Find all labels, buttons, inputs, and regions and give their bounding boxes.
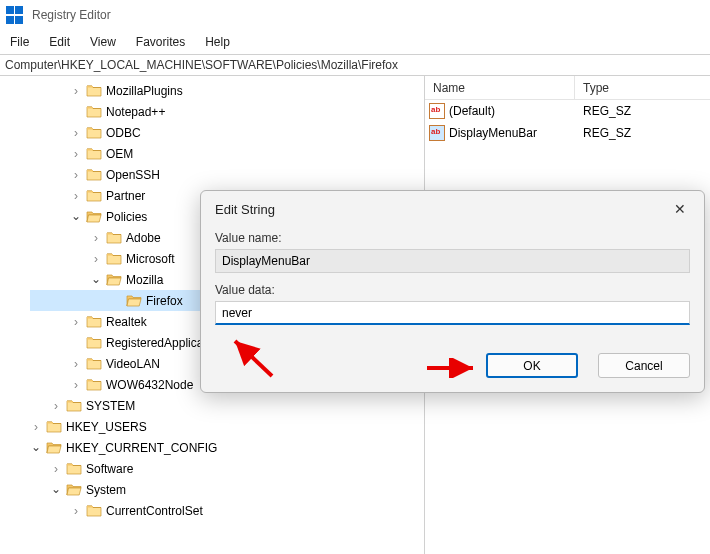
value-name-field: DisplayMenuBar bbox=[215, 249, 690, 273]
tree-node-system[interactable]: SYSTEM bbox=[30, 395, 424, 416]
svg-rect-4 bbox=[87, 170, 93, 172]
folder-icon bbox=[86, 356, 102, 372]
tree-node-label: WOW6432Node bbox=[106, 378, 193, 392]
tree-node-hkey-current-config[interactable]: HKEY_CURRENT_CONFIG bbox=[30, 437, 424, 458]
menu-edit[interactable]: Edit bbox=[49, 35, 70, 49]
folder-icon bbox=[66, 482, 82, 498]
expand-icon[interactable] bbox=[70, 190, 82, 202]
folder-icon bbox=[46, 419, 62, 435]
folder-icon bbox=[86, 335, 102, 351]
dialog-titlebar: Edit String ✕ bbox=[201, 191, 704, 227]
svg-rect-8 bbox=[87, 317, 93, 319]
tree-node-odbc[interactable]: ODBC bbox=[30, 122, 424, 143]
svg-rect-7 bbox=[107, 254, 113, 256]
expand-icon bbox=[70, 106, 82, 118]
folder-icon bbox=[86, 167, 102, 183]
expand-icon[interactable] bbox=[90, 274, 102, 286]
tree-node-label: Firefox bbox=[146, 294, 183, 308]
tree-node-notepad-[interactable]: Notepad++ bbox=[30, 101, 424, 122]
svg-rect-13 bbox=[47, 422, 53, 424]
expand-icon[interactable] bbox=[70, 148, 82, 160]
col-name[interactable]: Name bbox=[425, 76, 575, 99]
edit-string-dialog: Edit String ✕ Value name: DisplayMenuBar… bbox=[200, 190, 705, 393]
expand-icon[interactable] bbox=[30, 442, 42, 454]
value-name-text: DisplayMenuBar bbox=[222, 254, 310, 268]
expand-icon[interactable] bbox=[90, 232, 102, 244]
value-data-label: Value data: bbox=[215, 283, 690, 297]
svg-rect-10 bbox=[87, 359, 93, 361]
cancel-button[interactable]: Cancel bbox=[598, 353, 690, 378]
expand-icon[interactable] bbox=[50, 400, 62, 412]
ok-button[interactable]: OK bbox=[486, 353, 578, 378]
tree-node-openssh[interactable]: OpenSSH bbox=[30, 164, 424, 185]
tree-node-label: Adobe bbox=[126, 231, 161, 245]
folder-icon bbox=[86, 503, 102, 519]
svg-rect-14 bbox=[67, 464, 73, 466]
tree-node-label: CurrentControlSet bbox=[106, 504, 203, 518]
expand-icon[interactable] bbox=[70, 379, 82, 391]
menu-favorites[interactable]: Favorites bbox=[136, 35, 185, 49]
expand-icon[interactable] bbox=[70, 85, 82, 97]
folder-icon bbox=[126, 293, 142, 309]
list-header: Name Type bbox=[425, 76, 710, 100]
folder-icon bbox=[86, 188, 102, 204]
menu-help[interactable]: Help bbox=[205, 35, 230, 49]
tree-node-hkey-users[interactable]: HKEY_USERS bbox=[30, 416, 424, 437]
expand-icon[interactable] bbox=[50, 463, 62, 475]
menu-view[interactable]: View bbox=[90, 35, 116, 49]
dialog-title-text: Edit String bbox=[215, 202, 275, 217]
expand-icon[interactable] bbox=[50, 484, 62, 496]
folder-icon bbox=[86, 104, 102, 120]
dialog-body: Value name: DisplayMenuBar Value data: n… bbox=[201, 227, 704, 353]
tree-node-system[interactable]: System bbox=[30, 479, 424, 500]
folder-icon bbox=[86, 377, 102, 393]
tree-node-oem[interactable]: OEM bbox=[30, 143, 424, 164]
svg-rect-15 bbox=[87, 506, 93, 508]
folder-icon bbox=[46, 440, 62, 456]
expand-icon[interactable] bbox=[70, 316, 82, 328]
tree-node-label: System bbox=[86, 483, 126, 497]
address-text: Computer\HKEY_LOCAL_MACHINE\SOFTWARE\Pol… bbox=[5, 58, 398, 72]
expand-icon[interactable] bbox=[70, 211, 82, 223]
expand-icon[interactable] bbox=[30, 421, 42, 433]
svg-rect-5 bbox=[87, 191, 93, 193]
value-type: REG_SZ bbox=[575, 126, 710, 140]
expand-icon[interactable] bbox=[70, 127, 82, 139]
tree-node-label: Microsoft bbox=[126, 252, 175, 266]
folder-icon bbox=[86, 146, 102, 162]
titlebar: Registry Editor bbox=[0, 0, 710, 30]
folder-icon bbox=[86, 209, 102, 225]
app-title: Registry Editor bbox=[32, 8, 111, 22]
expand-icon[interactable] bbox=[90, 253, 102, 265]
close-icon[interactable]: ✕ bbox=[670, 199, 690, 219]
list-row[interactable]: DisplayMenuBarREG_SZ bbox=[425, 122, 710, 144]
svg-rect-12 bbox=[67, 401, 73, 403]
folder-icon bbox=[86, 125, 102, 141]
tree-node-currentcontrolset[interactable]: CurrentControlSet bbox=[30, 500, 424, 521]
tree-node-software[interactable]: Software bbox=[30, 458, 424, 479]
tree-node-label: Notepad++ bbox=[106, 105, 165, 119]
expand-icon[interactable] bbox=[70, 358, 82, 370]
tree-node-label: MozillaPlugins bbox=[106, 84, 183, 98]
expand-icon[interactable] bbox=[70, 169, 82, 181]
col-type[interactable]: Type bbox=[575, 81, 710, 95]
tree-node-label: Mozilla bbox=[126, 273, 163, 287]
value-data-text: never bbox=[222, 306, 252, 320]
tree-node-mozillaplugins[interactable]: MozillaPlugins bbox=[30, 80, 424, 101]
menubar: File Edit View Favorites Help bbox=[0, 30, 710, 54]
regedit-icon bbox=[6, 6, 24, 24]
tree-node-label: Partner bbox=[106, 189, 145, 203]
folder-icon bbox=[86, 314, 102, 330]
dialog-buttons: OK Cancel bbox=[201, 353, 704, 392]
svg-rect-6 bbox=[107, 233, 113, 235]
tree-node-label: OEM bbox=[106, 147, 133, 161]
expand-icon[interactable] bbox=[70, 505, 82, 517]
list-row[interactable]: (Default)REG_SZ bbox=[425, 100, 710, 122]
tree-node-label: Realtek bbox=[106, 315, 147, 329]
svg-rect-9 bbox=[87, 338, 93, 340]
menu-file[interactable]: File bbox=[10, 35, 29, 49]
address-bar[interactable]: Computer\HKEY_LOCAL_MACHINE\SOFTWARE\Pol… bbox=[0, 54, 710, 76]
value-data-field[interactable]: never bbox=[215, 301, 690, 325]
value-type: REG_SZ bbox=[575, 104, 710, 118]
tree-node-label: SYSTEM bbox=[86, 399, 135, 413]
